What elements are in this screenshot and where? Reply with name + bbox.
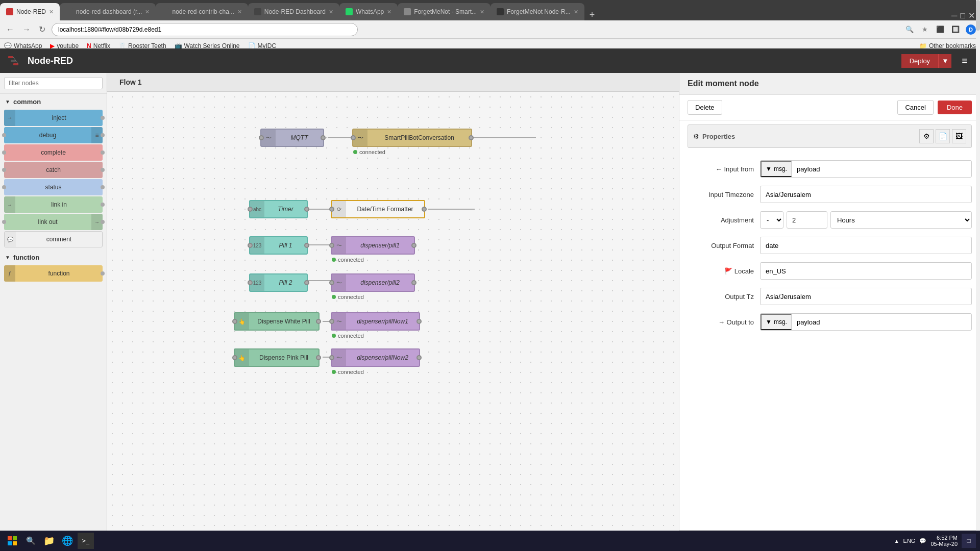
- tab-6[interactable]: ForgetMeNot - Smart... ✕: [398, 3, 491, 20]
- flow-node-datetime[interactable]: ⟳ Date/Time Formatter: [331, 200, 425, 218]
- sidebar-node-linkout[interactable]: link out →: [4, 214, 103, 230]
- done-button[interactable]: Done: [938, 101, 972, 114]
- sidebar-node-debug[interactable]: debug ≡: [4, 127, 103, 143]
- adjustment-sign-select[interactable]: - +: [760, 211, 783, 229]
- bookmark-star-icon[interactable]: ★: [920, 24, 930, 35]
- tab-1[interactable]: Node-RED ✕: [0, 3, 60, 20]
- close-button[interactable]: ✕: [968, 11, 975, 20]
- output-format-input[interactable]: [760, 237, 972, 254]
- back-button[interactable]: ←: [4, 25, 16, 34]
- taskbar: 🔍 📁 🌐 >_ ▲ ENG 💬 6:52 PM 05-May-20 □: [0, 531, 980, 551]
- new-tab-button[interactable]: +: [584, 10, 600, 20]
- flow-node-whitepill[interactable]: 👆 Dispense White Pill: [234, 312, 320, 331]
- sidebar-node-function[interactable]: ƒ function: [4, 265, 103, 282]
- refresh-button[interactable]: ↻: [37, 24, 47, 34]
- input-from-prefix-button[interactable]: ▼ msg.: [761, 161, 792, 177]
- tab-5-close[interactable]: ✕: [387, 9, 391, 15]
- tab-4-close[interactable]: ✕: [329, 9, 333, 15]
- tab-2-close[interactable]: ✕: [145, 9, 150, 15]
- flow-node-mqtt[interactable]: 〜 MQTT: [260, 129, 324, 147]
- flow-node-pinkpill[interactable]: 👆 Dispense Pink Pill: [234, 348, 320, 367]
- properties-section-label: Properties: [702, 133, 735, 140]
- taskbar-lang: ENG: [903, 538, 916, 544]
- appearance-icon-btn[interactable]: 🖼: [952, 129, 966, 143]
- input-timezone-input[interactable]: [760, 186, 972, 203]
- adjustment-value-input[interactable]: [787, 211, 827, 229]
- tab-7-close[interactable]: ✕: [574, 9, 578, 15]
- output-to-prefix-button[interactable]: ▼ msg.: [761, 314, 792, 330]
- edit-panel-scrollbar[interactable]: [976, 73, 980, 551]
- tab-5[interactable]: WhatsApp ✕: [339, 3, 398, 20]
- tab-3[interactable]: node-red-contrib-cha... ✕: [156, 3, 248, 20]
- pill2-port-left: [248, 280, 253, 285]
- flow-node-dispenser1[interactable]: 〜 dispenser/pill1 connected: [331, 236, 415, 255]
- flow-node-smartpill[interactable]: 〜 SmartPillBotConversation connected: [352, 129, 472, 147]
- start-button[interactable]: [4, 533, 20, 549]
- locale-label: 🚩 Locale: [688, 267, 754, 275]
- sidebar-node-status[interactable]: status: [4, 179, 103, 195]
- filter-nodes-input[interactable]: [4, 77, 103, 89]
- cancel-button[interactable]: Cancel: [897, 100, 933, 115]
- taskbar-terminal-button[interactable]: >_: [78, 533, 94, 549]
- flow-node-pill2[interactable]: 123 Pill 2: [249, 273, 308, 292]
- taskbar-search-button[interactable]: 🔍: [22, 533, 39, 549]
- sidebar-node-catch[interactable]: catch: [4, 162, 103, 178]
- output-to-prefix-text: msg.: [774, 318, 787, 325]
- sidebar-section-common-header[interactable]: ▼ common: [0, 95, 107, 109]
- output-format-row: Output Format: [688, 237, 972, 254]
- tab-2[interactable]: node-red-dashboard (r... ✕: [60, 3, 156, 20]
- flow-node-pillnow2[interactable]: 〜 dispenser/pillNow2 connected: [331, 348, 420, 367]
- pinkpill-port-left: [232, 355, 237, 360]
- taskbar-notification-icon[interactable]: 💬: [919, 538, 926, 544]
- expand-icon[interactable]: ▲: [894, 538, 899, 544]
- flow-node-dispenser2[interactable]: 〜 dispenser/pill2 connected: [331, 273, 415, 292]
- flow-node-timer[interactable]: abc Timer: [249, 200, 308, 218]
- canvas-content[interactable]: 〜 MQTT 〜 SmartPillBotConversation connec…: [107, 92, 679, 551]
- sidebar-node-inject[interactable]: → inject: [4, 110, 103, 126]
- avatar-icon[interactable]: D: [966, 24, 976, 35]
- tab-1-close[interactable]: ✕: [49, 9, 54, 15]
- tab-4[interactable]: Node-RED Dashboard ✕: [248, 3, 339, 20]
- minimize-button[interactable]: ─: [951, 11, 957, 20]
- tab-6-close[interactable]: ✕: [480, 9, 484, 15]
- taskbar-chrome-button[interactable]: 🌐: [59, 533, 76, 549]
- adjustment-label: Adjustment: [688, 216, 754, 224]
- extension2-icon[interactable]: 🔲: [950, 24, 961, 35]
- extension-icon[interactable]: ⬛: [935, 24, 945, 35]
- input-from-input[interactable]: [792, 162, 971, 176]
- flow-tab[interactable]: Flow 1: [115, 76, 146, 88]
- pill2-port-right: [304, 280, 309, 285]
- smartpill-label: SmartPillBotConversation: [368, 134, 471, 141]
- canvas-area[interactable]: Flow 1: [107, 73, 679, 551]
- sidebar-node-linkin[interactable]: → link in: [4, 196, 103, 213]
- delete-button[interactable]: Delete: [688, 100, 722, 115]
- adjustment-unit-select[interactable]: Hours Minutes Seconds: [830, 211, 972, 229]
- locale-input[interactable]: [760, 262, 972, 280]
- whitepill-label: Dispense White Pill: [249, 318, 318, 325]
- taskbar-explorer-button[interactable]: 📁: [41, 533, 57, 549]
- settings-icon-btn[interactable]: ⚙: [919, 129, 934, 143]
- deploy-arrow-button[interactable]: ▼: [938, 54, 951, 68]
- sidebar-section-function-header[interactable]: ▼ function: [0, 251, 107, 264]
- flow-node-pillnow1[interactable]: 〜 dispenser/pillNow1 connected: [331, 312, 420, 331]
- output-to-input[interactable]: [792, 315, 971, 329]
- dispenser2-label: dispenser/pill2: [346, 279, 414, 286]
- nr-logo: Node-RED: [8, 55, 73, 66]
- notification-center-button[interactable]: □: [962, 534, 976, 548]
- sidebar-node-comment[interactable]: 💬 comment: [4, 231, 103, 247]
- terminal-icon: >_: [82, 537, 89, 544]
- forward-button[interactable]: →: [20, 25, 33, 34]
- smartpill-status-text: connected: [359, 149, 385, 155]
- svg-rect-6: [13, 536, 17, 540]
- deploy-button[interactable]: Deploy: [901, 54, 938, 68]
- menu-button[interactable]: ≡: [958, 53, 972, 69]
- description-icon-btn[interactable]: 📄: [936, 129, 950, 143]
- tab-3-close[interactable]: ✕: [237, 9, 242, 15]
- output-tz-input[interactable]: [760, 288, 972, 305]
- address-bar[interactable]: [52, 23, 358, 36]
- tab-7[interactable]: ForgetMeNot Node-R... ✕: [491, 3, 584, 20]
- sidebar-node-complete[interactable]: complete: [4, 144, 103, 161]
- flow-node-pill1[interactable]: 123 Pill 1: [249, 236, 308, 255]
- zoom-icon[interactable]: 🔍: [904, 24, 915, 35]
- maximize-button[interactable]: □: [960, 11, 965, 20]
